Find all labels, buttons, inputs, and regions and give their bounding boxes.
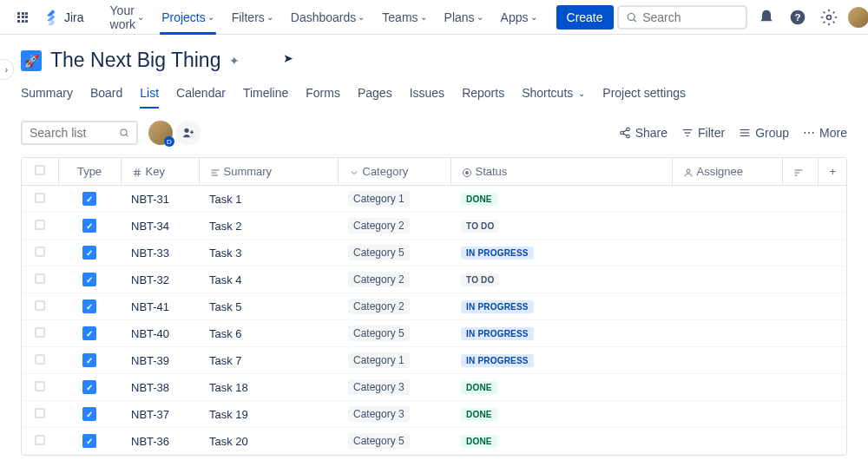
table-row[interactable]: NBT-40 Task 6 Category 5 IN PROGRESS xyxy=(22,320,846,347)
row-checkbox[interactable] xyxy=(35,408,45,418)
table-row[interactable]: NBT-41 Task 5 Category 2 IN PROGRESS xyxy=(22,293,846,320)
status-badge[interactable]: DONE xyxy=(461,381,497,394)
issue-key[interactable]: NBT-38 xyxy=(121,374,199,401)
list-search[interactable] xyxy=(21,121,138,145)
row-checkbox[interactable] xyxy=(35,381,45,391)
issue-summary[interactable]: Task 18 xyxy=(199,374,338,401)
issue-summary[interactable]: Task 5 xyxy=(199,293,338,320)
assignee-cell[interactable] xyxy=(672,374,783,401)
issue-summary[interactable]: Task 3 xyxy=(199,240,338,266)
tab-shortcuts[interactable]: Shortcuts⌄ xyxy=(522,79,585,107)
category-pill[interactable]: Category 2 xyxy=(348,218,410,234)
column-assignee[interactable]: Assignee xyxy=(672,158,783,186)
table-row[interactable]: NBT-39 Task 7 Category 1 IN PROGRESS xyxy=(22,347,846,374)
user-avatar[interactable] xyxy=(848,7,868,28)
issue-key[interactable]: NBT-34 xyxy=(121,213,199,240)
category-pill[interactable]: Category 1 xyxy=(348,352,410,368)
nav-item-dashboards[interactable]: Dashboards⌄ xyxy=(282,0,374,35)
create-issue-row[interactable]: + Create xyxy=(21,456,847,467)
row-checkbox[interactable] xyxy=(35,327,45,338)
row-checkbox[interactable] xyxy=(35,300,45,311)
jira-logo[interactable]: Jira xyxy=(38,10,91,25)
app-switcher-icon[interactable] xyxy=(10,5,35,30)
assignee-filter-avatar[interactable] xyxy=(147,119,174,147)
search-input[interactable] xyxy=(642,10,738,24)
table-row[interactable]: NBT-31 Task 1 Category 1 DONE xyxy=(22,186,846,213)
tab-forms[interactable]: Forms xyxy=(306,79,340,107)
issue-key[interactable]: NBT-32 xyxy=(121,266,199,293)
nav-item-teams[interactable]: Teams⌄ xyxy=(373,0,435,35)
status-badge[interactable]: DONE xyxy=(461,193,497,206)
tab-issues[interactable]: Issues xyxy=(410,79,444,107)
issue-key[interactable]: NBT-36 xyxy=(121,428,199,455)
table-row[interactable]: NBT-32 Task 4 Category 2 TO DO xyxy=(22,266,846,293)
assignee-cell[interactable] xyxy=(672,266,783,293)
assignee-cell[interactable] xyxy=(672,401,783,428)
table-row[interactable]: NBT-38 Task 18 Category 3 DONE xyxy=(22,374,846,401)
issue-key[interactable]: NBT-33 xyxy=(121,240,199,266)
nav-item-plans[interactable]: Plans⌄ xyxy=(436,0,492,35)
tab-summary[interactable]: Summary xyxy=(21,79,73,107)
share-button[interactable]: Share xyxy=(619,126,667,140)
table-row[interactable]: NBT-33 Task 3 Category 5 IN PROGRESS xyxy=(22,240,846,266)
filter-button[interactable]: Filter xyxy=(681,126,725,140)
automation-icon[interactable]: ✦ xyxy=(229,54,240,68)
nav-item-apps[interactable]: Apps⌄ xyxy=(492,0,546,35)
row-checkbox[interactable] xyxy=(35,193,45,203)
tab-project-settings[interactable]: Project settings xyxy=(602,79,686,107)
assignee-cell[interactable] xyxy=(672,320,783,347)
category-pill[interactable]: Category 1 xyxy=(348,191,410,207)
column-status[interactable]: Status xyxy=(450,158,672,186)
tab-reports[interactable]: Reports xyxy=(462,79,504,107)
status-badge[interactable]: TO DO xyxy=(461,220,499,233)
nav-item-projects[interactable]: Projects⌄ xyxy=(153,0,223,35)
category-pill[interactable]: Category 2 xyxy=(348,299,410,314)
category-pill[interactable]: Category 5 xyxy=(348,433,410,449)
global-search[interactable] xyxy=(617,5,747,30)
tab-board[interactable]: Board xyxy=(90,79,122,107)
category-pill[interactable]: Category 2 xyxy=(348,272,410,287)
issue-key[interactable]: NBT-39 xyxy=(121,347,199,374)
row-checkbox[interactable] xyxy=(35,247,45,257)
status-badge[interactable]: IN PROGRESS xyxy=(461,247,534,260)
add-people-button[interactable] xyxy=(176,121,201,145)
list-search-input[interactable] xyxy=(30,126,115,140)
status-badge[interactable]: TO DO xyxy=(461,273,499,286)
more-button[interactable]: ⋯ More xyxy=(803,126,847,140)
status-badge[interactable]: IN PROGRESS xyxy=(461,354,534,367)
issue-summary[interactable]: Task 19 xyxy=(199,401,338,428)
issue-key[interactable]: NBT-37 xyxy=(121,401,199,428)
issue-key[interactable]: NBT-31 xyxy=(121,186,199,213)
row-checkbox[interactable] xyxy=(35,354,45,365)
column-select-all[interactable] xyxy=(22,158,58,186)
assignee-cell[interactable] xyxy=(672,186,783,213)
nav-item-filters[interactable]: Filters⌄ xyxy=(223,0,282,35)
assignee-cell[interactable] xyxy=(672,347,783,374)
issue-summary[interactable]: Task 4 xyxy=(199,266,338,293)
issue-summary[interactable]: Task 2 xyxy=(199,213,338,240)
row-checkbox[interactable] xyxy=(35,273,45,284)
issue-key[interactable]: NBT-41 xyxy=(121,293,199,320)
tab-calendar[interactable]: Calendar xyxy=(176,79,226,107)
category-pill[interactable]: Category 3 xyxy=(348,379,410,395)
issue-summary[interactable]: Task 1 xyxy=(199,186,338,213)
group-button[interactable]: Group xyxy=(739,126,789,140)
issue-key[interactable]: NBT-40 xyxy=(121,320,199,347)
status-badge[interactable]: DONE xyxy=(461,435,497,448)
column-summary[interactable]: Summary xyxy=(199,158,338,186)
help-icon[interactable]: ? xyxy=(786,5,810,30)
create-button[interactable]: Create xyxy=(556,5,614,30)
issue-summary[interactable]: Task 6 xyxy=(199,320,338,347)
status-badge[interactable]: DONE xyxy=(461,408,497,421)
assignee-cell[interactable] xyxy=(672,213,783,240)
status-badge[interactable]: IN PROGRESS xyxy=(461,300,534,313)
notifications-icon[interactable] xyxy=(754,5,779,30)
table-row[interactable]: NBT-36 Task 20 Category 5 DONE xyxy=(22,428,846,455)
nav-item-your-work[interactable]: Your work⌄ xyxy=(102,0,154,35)
row-checkbox[interactable] xyxy=(35,435,45,445)
issue-summary[interactable]: Task 20 xyxy=(199,428,338,455)
tab-timeline[interactable]: Timeline xyxy=(243,79,288,107)
assignee-cell[interactable] xyxy=(672,240,783,266)
assignee-cell[interactable] xyxy=(672,293,783,320)
column-type[interactable]: Type xyxy=(58,158,121,186)
